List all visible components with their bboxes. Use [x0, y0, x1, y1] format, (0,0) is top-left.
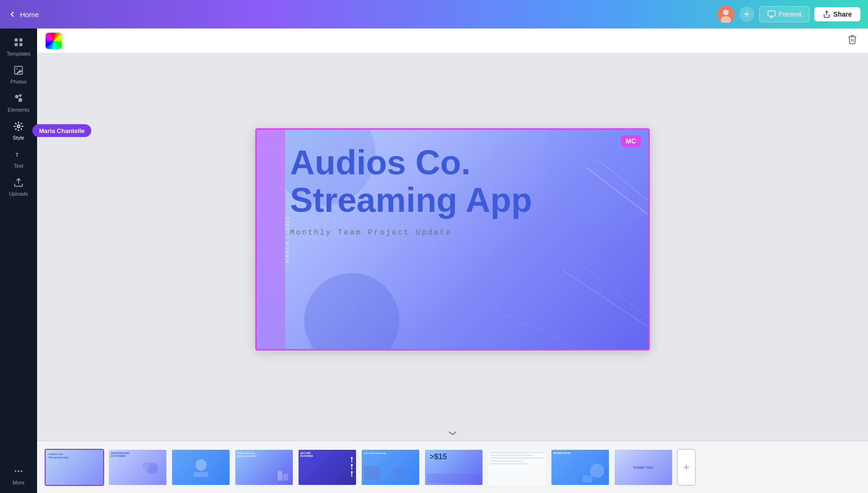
sidebar-item-uploads[interactable]: Uploads: [0, 172, 37, 200]
present-label: Present: [779, 10, 801, 18]
svg-marker-12: [19, 95, 22, 98]
svg-point-10: [15, 95, 19, 98]
svg-point-1: [723, 9, 729, 15]
avatar: [717, 6, 734, 23]
thumb-9-label: BUYER FOCUS: [553, 452, 570, 455]
svg-point-39: [590, 464, 604, 478]
grid-icon: [13, 37, 24, 49]
svg-rect-40: [583, 475, 592, 483]
slide-thumb-10[interactable]: THANK YOU!: [614, 449, 673, 486]
thumb-7-label: >$15: [430, 453, 447, 461]
sidebar-templates-label: Templates: [7, 51, 30, 57]
slide-title: Audios Co. Streaming App: [290, 144, 639, 219]
thumb-3-content: [172, 450, 230, 485]
slide-content: Audios Co. Streaming App Monthly Team Pr…: [290, 144, 639, 340]
collapse-filmstrip-button[interactable]: [37, 426, 868, 441]
svg-rect-7: [19, 43, 22, 46]
svg-point-26: [143, 462, 150, 470]
slide-subtitle: Monthly Team Project Update: [290, 228, 639, 237]
svg-rect-6: [15, 43, 18, 46]
thumb-7-bar: [427, 474, 481, 483]
slide-thumb-5[interactable]: KEY APPFEATURES: [298, 449, 357, 486]
home-back-button[interactable]: Home: [8, 9, 39, 19]
dots-icon: [13, 466, 24, 478]
add-slide-icon: +: [684, 461, 690, 474]
nav-right: + Present Share: [717, 6, 860, 23]
slide-thumb-9[interactable]: BUYER FOCUS: [550, 449, 610, 486]
slide-thumb-2[interactable]: REPRESENTINGCUSTOMERS: [108, 449, 167, 486]
thumb-8-lines: [490, 452, 544, 483]
back-arrow-icon: [8, 9, 17, 19]
share-button[interactable]: Share: [814, 7, 860, 21]
color-palette-button[interactable]: [45, 32, 63, 50]
add-collaborator-button[interactable]: +: [739, 7, 754, 22]
sidebar-uploads-label: Uploads: [9, 191, 28, 197]
editor-area: MARCH 1, 2020 Audios Co. Streaming App M…: [37, 28, 868, 493]
svg-point-9: [16, 68, 18, 69]
svg-rect-29: [278, 471, 282, 481]
svg-point-34: [351, 457, 353, 459]
thumb-4-label: What makes thisproduct available?: [237, 452, 291, 458]
slide-canvas[interactable]: MARCH 1, 2020 Audios Co. Streaming App M…: [255, 128, 650, 351]
sidebar-item-text[interactable]: T Text: [0, 144, 37, 172]
main-area: Templates Photos Elements: [0, 28, 868, 493]
svg-rect-37: [364, 466, 380, 480]
thumb-5-label: KEY APPFEATURES: [300, 452, 313, 458]
svg-rect-30: [283, 474, 288, 481]
thumb-1-label: Audios Co.Streaming App: [48, 453, 68, 460]
svg-point-17: [15, 470, 17, 472]
thumb-10-label: THANK YOU!: [633, 465, 654, 469]
thumb-2-graphic: [138, 456, 166, 485]
svg-text:T: T: [16, 152, 19, 158]
svg-rect-3: [768, 11, 775, 16]
sidebar-item-style[interactable]: Style Maria Chantelle: [0, 116, 37, 144]
image-icon: [13, 65, 24, 77]
sidebar-item-templates[interactable]: Templates: [0, 32, 37, 60]
add-slide-button[interactable]: +: [677, 449, 696, 486]
present-icon: [767, 10, 776, 19]
nav-left: Home: [8, 9, 39, 19]
svg-point-35: [351, 464, 353, 466]
editor-toolbar: [37, 28, 868, 53]
slide-thumb-7[interactable]: >$15: [424, 449, 483, 486]
sidebar: Templates Photos Elements: [0, 28, 37, 493]
svg-point-13: [17, 125, 20, 128]
svg-rect-4: [15, 38, 18, 41]
thumb-6-label: How to Monetize App: [364, 452, 386, 455]
slide-date-text: MARCH 1, 2020: [285, 216, 290, 263]
svg-point-19: [21, 470, 23, 472]
user-avatar-image: [717, 6, 734, 23]
slide-thumb-1[interactable]: Audios Co.Streaming App: [45, 449, 104, 486]
top-navigation: Home + Present Share: [0, 0, 868, 28]
share-label: Share: [833, 10, 852, 18]
svg-point-36: [351, 471, 353, 473]
sidebar-text-label: Text: [14, 163, 23, 169]
shapes-icon: [13, 93, 24, 105]
filmstrip: Audios Co.Streaming App REPRESENTINGCUST…: [37, 441, 868, 493]
delete-slide-button[interactable]: [844, 31, 860, 50]
svg-point-27: [195, 459, 207, 471]
slide-thumb-8[interactable]: [487, 449, 547, 486]
svg-point-38: [393, 467, 404, 478]
chevron-down-icon: [447, 430, 458, 436]
mc-badge: MC: [621, 135, 641, 147]
sidebar-photos-label: Photos: [10, 79, 27, 85]
svg-rect-5: [19, 38, 22, 41]
present-button[interactable]: Present: [759, 6, 810, 22]
sidebar-item-photos[interactable]: Photos: [0, 60, 37, 88]
share-icon: [823, 10, 830, 18]
home-label: Home: [20, 10, 39, 19]
style-icon: [13, 121, 24, 133]
slide-thumb-3[interactable]: [171, 449, 231, 486]
slide-thumb-4[interactable]: What makes thisproduct available?: [234, 449, 294, 486]
canvas-area: MARCH 1, 2020 Audios Co. Streaming App M…: [37, 53, 868, 426]
slide-thumb-6[interactable]: How to Monetize App: [361, 449, 420, 486]
slide-title-line2: Streaming App: [290, 181, 532, 219]
sidebar-more-label: More: [12, 480, 24, 485]
thumb-2-label: REPRESENTINGCUSTOMERS: [111, 452, 129, 457]
sidebar-item-elements[interactable]: Elements: [0, 88, 37, 116]
sidebar-item-more[interactable]: More: [0, 461, 37, 493]
sidebar-elements-label: Elements: [8, 107, 29, 113]
text-icon: T: [13, 149, 24, 161]
svg-point-18: [18, 470, 19, 472]
